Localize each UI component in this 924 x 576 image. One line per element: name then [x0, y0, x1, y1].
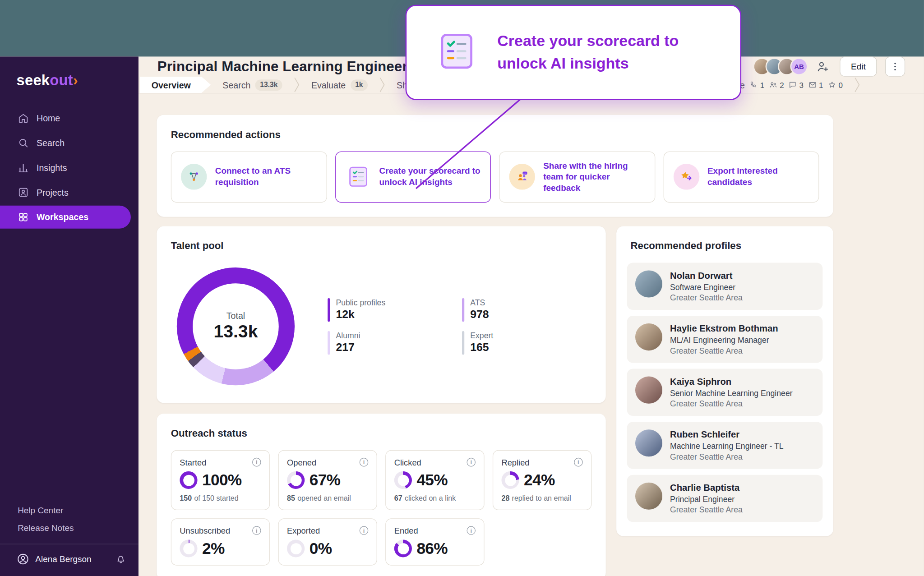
- sidebar-footer: Help Center Release Notes Alena Bergson: [0, 501, 139, 576]
- tab-evaluate[interactable]: Evaluate1k: [300, 77, 379, 93]
- metric-started: Startedi 100% 150of 150 started: [171, 450, 270, 510]
- profile-row[interactable]: Haylie Ekstrom BothmanML/AI Engineering …: [627, 315, 823, 362]
- card-title: Outreach status: [171, 428, 592, 439]
- pipeline-calls-count: 1: [749, 80, 764, 89]
- sidebar-item-workspaces[interactable]: Workspaces: [0, 206, 131, 229]
- avatar: [635, 270, 662, 297]
- card-title: Recommended profiles: [631, 240, 819, 252]
- info-icon[interactable]: i: [252, 526, 261, 535]
- legend-item-ats: ATS978: [462, 298, 596, 321]
- mail-icon: [808, 81, 817, 89]
- legend-swatch: [462, 298, 464, 321]
- profile-row[interactable]: Ruben SchleiferMachine Learning Engineer…: [627, 422, 823, 469]
- star-icon: [828, 81, 836, 89]
- profile-row[interactable]: Nolan DorwartSoftware EngineerGreater Se…: [627, 263, 823, 309]
- sidebar-item-search[interactable]: Search: [0, 131, 139, 154]
- tab-separator: [855, 77, 860, 93]
- sidebar-item-label: Workspaces: [37, 212, 88, 222]
- info-icon[interactable]: i: [574, 458, 583, 467]
- pipeline-people-count: 2: [769, 80, 784, 89]
- avatar: [635, 429, 662, 456]
- sidebar-item-label: Projects: [37, 187, 69, 197]
- bar-chart-icon: [18, 162, 29, 173]
- sidebar: seekout› Home Search: [0, 56, 139, 576]
- metric-clicked: Clickedi 45% 67clicked on a link: [385, 450, 484, 510]
- scorecard-tooltip: Create your scorecard to unlock AI insig…: [406, 5, 741, 100]
- more-options-button[interactable]: [885, 56, 905, 76]
- kebab-icon: [890, 61, 901, 72]
- tab-label: Search: [222, 80, 250, 90]
- legend-item-public-profiles: Public profiles12k: [328, 298, 462, 321]
- metric-replied: Repliedi 24% 28replied to an email: [493, 450, 591, 510]
- help-center-link[interactable]: Help Center: [0, 501, 139, 519]
- sidebar-item-home[interactable]: Home: [0, 106, 139, 129]
- legend-swatch: [328, 298, 330, 321]
- action-label: Connect to an ATS requisition: [215, 166, 317, 188]
- search-icon: [18, 137, 29, 148]
- avatar: [635, 323, 662, 350]
- tab-separator: [379, 77, 385, 93]
- info-icon[interactable]: i: [360, 526, 369, 535]
- tab-badge: 13.3k: [255, 79, 282, 91]
- logo-seek: seek: [17, 72, 50, 88]
- tab-overview[interactable]: Overview: [140, 77, 211, 93]
- tab-badge: 1k: [351, 79, 368, 91]
- pipeline-starred-count: 0: [828, 80, 843, 89]
- overview-content: Recommended actions Connect to an ATS re…: [139, 94, 833, 576]
- recommended-actions-card: Recommended actions Connect to an ATS re…: [157, 115, 833, 217]
- talent-pool-donut-chart: Total 13.3k: [177, 267, 295, 385]
- add-collaborator-button[interactable]: [816, 59, 832, 74]
- release-notes-link[interactable]: Release Notes: [0, 519, 139, 537]
- sidebar-item-insights[interactable]: Insights: [0, 156, 139, 179]
- donut-center-value: 13.3k: [213, 322, 258, 341]
- seekout-logo[interactable]: seekout›: [17, 72, 139, 89]
- sidebar-item-projects[interactable]: Projects: [0, 181, 139, 204]
- tab-separator: [294, 77, 300, 93]
- avatar-initials: AB: [790, 58, 808, 75]
- metric-opened: Openedi 67% 85opened an email: [278, 450, 377, 510]
- user-avatar-icon: [17, 553, 30, 566]
- tab-label: Evaluate: [311, 80, 346, 90]
- legend-item-expert: Expert165: [462, 331, 596, 354]
- sidebar-nav: Home Search Insights: [0, 106, 139, 228]
- action-connect-ats[interactable]: Connect to an ATS requisition: [171, 152, 327, 203]
- action-create-scorecard[interactable]: Create your scorecard to unlock AI insig…: [335, 152, 491, 203]
- app-root: seekout› Home Search: [0, 0, 924, 576]
- action-export-candidates[interactable]: Export interested candidates: [663, 152, 819, 203]
- sidebar-divider: [0, 544, 139, 544]
- export-star-icon: [673, 164, 699, 189]
- action-share-hiring-team[interactable]: Share with the hiring team for quicker f…: [499, 152, 655, 203]
- profile-row[interactable]: Charlie BaptistaPrincipal EngineerGreate…: [627, 475, 823, 521]
- progress-ring: [394, 539, 412, 557]
- collaborator-avatars[interactable]: AB: [753, 58, 808, 75]
- user-menu[interactable]: Alena Bergson: [0, 548, 139, 568]
- recommended-profiles-card: Recommended profiles Nolan DorwartSoftwa…: [616, 226, 833, 536]
- avatar: [635, 376, 662, 403]
- action-label: Export interested candidates: [707, 166, 809, 188]
- card-title: Talent pool: [171, 240, 592, 252]
- edit-button[interactable]: Edit: [840, 56, 877, 76]
- info-icon[interactable]: i: [467, 526, 476, 535]
- profile-row[interactable]: Kaiya SiphronSenior Machine Learning Eng…: [627, 369, 823, 415]
- pipeline-comments-count: 3: [789, 80, 804, 89]
- info-icon[interactable]: i: [360, 458, 369, 467]
- home-icon: [18, 112, 29, 124]
- progress-ring: [180, 471, 197, 489]
- info-icon[interactable]: i: [467, 458, 476, 467]
- notification-bell-icon[interactable]: [115, 553, 127, 565]
- scorecard-icon: [345, 164, 371, 189]
- info-icon[interactable]: i: [252, 458, 261, 467]
- progress-ring: [501, 471, 519, 489]
- logo-out: out: [50, 72, 73, 88]
- outreach-status-card: Outreach status Startedi 100% 150of 150 …: [157, 413, 605, 576]
- team-share-icon: [509, 164, 535, 189]
- user-name: Alena Bergson: [35, 554, 91, 564]
- action-label: Create your scorecard to unlock AI insig…: [379, 166, 480, 188]
- grid-icon: [18, 212, 29, 223]
- legend-swatch: [328, 331, 330, 354]
- phone-icon: [749, 81, 758, 89]
- tab-search[interactable]: Search13.3k: [211, 77, 294, 93]
- talent-pool-legend: Public profiles12k ATS978 Alumni217: [328, 298, 596, 354]
- page-title: Principal Machine Learning Engineer: [157, 58, 408, 75]
- person-card-icon: [18, 187, 29, 198]
